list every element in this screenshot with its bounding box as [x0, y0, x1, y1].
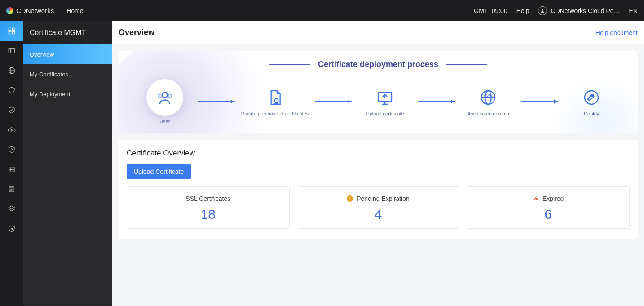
svg-point-20	[158, 94, 161, 98]
list-icon	[8, 185, 16, 193]
stat-label: ! Pending Expiration	[302, 195, 455, 202]
stat-label-text: Expired	[543, 195, 564, 202]
rail-item-4[interactable]	[0, 80, 23, 100]
arrow-icon	[315, 101, 352, 102]
svg-rect-11	[9, 167, 14, 169]
rail-item-2[interactable]	[0, 41, 23, 61]
rail-item-5[interactable]	[0, 100, 23, 120]
stat-card-expired[interactable]: Expired 6	[467, 186, 630, 229]
hero-title: Certificate deployment process	[318, 60, 438, 69]
svg-rect-4	[9, 49, 15, 53]
stat-card-ssl[interactable]: SSL Certificates 18	[127, 186, 290, 229]
shield-check-icon	[8, 146, 16, 154]
rail-item-8[interactable]	[0, 160, 23, 179]
grid-icon	[8, 27, 16, 35]
svg-rect-1	[13, 28, 15, 30]
wrench-circle-icon	[581, 87, 602, 108]
flow-node-upload: Upload certificate	[358, 87, 412, 116]
warning-icon: !	[347, 195, 353, 202]
globe-icon	[8, 67, 16, 75]
stat-value: 18	[132, 207, 285, 222]
subnav-title: Certificate MGMT	[23, 21, 112, 44]
flow-caption: Private purchase of certificates	[241, 111, 309, 116]
main-content: Overview Help document Certificate deplo…	[112, 21, 644, 306]
hero-line-right	[446, 64, 487, 65]
help-link[interactable]: Help	[516, 7, 529, 14]
svg-point-28	[585, 91, 598, 104]
rail-item-9[interactable]	[0, 179, 23, 199]
flow-node-user: User	[138, 79, 192, 124]
stat-label-text: Pending Expiration	[357, 195, 410, 202]
badge-icon	[8, 225, 16, 233]
subnav-item-overview[interactable]: Overview	[23, 44, 112, 64]
brand-logo[interactable]: CDNetworks	[6, 7, 54, 14]
stat-label: SSL Certificates	[132, 195, 285, 202]
avatar-icon	[538, 6, 547, 15]
flow-caption: Upload certificate	[366, 111, 404, 116]
user-name: CDNetworks Cloud Po…	[551, 7, 620, 14]
svg-point-22	[274, 99, 278, 102]
svg-rect-2	[9, 32, 11, 34]
flow-caption: User	[159, 119, 170, 124]
arrow-icon	[418, 101, 455, 102]
shield-outline-icon	[8, 106, 16, 114]
language-switch[interactable]: EN	[629, 7, 638, 14]
hero-line-left	[269, 64, 310, 65]
flow-node-deploy: Deploy	[565, 87, 618, 116]
subnav-label: My Deployment	[30, 91, 70, 98]
svg-rect-0	[9, 28, 11, 30]
stats-row: SSL Certificates 18 ! Pending Expiration…	[127, 186, 630, 229]
rail-item-11[interactable]	[0, 219, 23, 239]
stat-card-pending[interactable]: ! Pending Expiration 4	[297, 186, 460, 229]
flow-caption: Associated domain	[468, 111, 509, 116]
svg-text:WWW: WWW	[484, 94, 493, 97]
page-header: Overview Help document	[112, 21, 644, 44]
certificate-overview-panel: Certificate Overview Upload Certificate …	[119, 140, 638, 239]
monitor-upload-icon	[374, 87, 396, 108]
deployment-process-banner: Certificate deployment process	[119, 51, 638, 133]
arrow-icon	[198, 101, 235, 102]
user-group-icon	[146, 79, 183, 116]
svg-point-13	[10, 168, 11, 169]
subnav-label: Overview	[30, 51, 54, 58]
flow-caption: Deploy	[584, 111, 599, 116]
certificate-doc-icon	[264, 87, 286, 108]
rail-item-3[interactable]	[0, 61, 23, 80]
svg-point-21	[168, 94, 171, 98]
flow-diagram: User Private purchase of certificates	[138, 79, 618, 124]
layers-icon	[8, 205, 16, 213]
stat-label-text: SSL Certificates	[185, 195, 230, 202]
svg-point-19	[162, 93, 168, 98]
icon-rail	[0, 21, 23, 306]
svg-rect-3	[13, 32, 15, 34]
stat-value: 4	[302, 207, 455, 222]
topbar: CDNetworks Home GMT+09:00 Help CDNetwork…	[0, 0, 644, 21]
nav-home[interactable]: Home	[66, 7, 83, 14]
danger-icon	[533, 197, 539, 200]
www-globe-icon: WWW	[477, 87, 499, 108]
svg-point-14	[10, 171, 11, 171]
subnav-label: My Certificates	[30, 71, 68, 78]
subnav-item-my-deployment[interactable]: My Deployment	[23, 84, 112, 104]
upload-certificate-button[interactable]: Upload Certificate	[127, 164, 191, 179]
subnav-item-my-certificates[interactable]: My Certificates	[23, 64, 112, 84]
subnav: Certificate MGMT Overview My Certificate…	[23, 21, 112, 306]
svg-point-10	[11, 149, 13, 150]
stat-value: 6	[472, 207, 625, 222]
arrow-icon	[521, 101, 558, 102]
svg-rect-12	[9, 170, 14, 172]
section-title: Certificate Overview	[127, 149, 630, 158]
brand-swirl-icon	[6, 7, 13, 14]
rail-item-6[interactable]	[0, 120, 23, 140]
flow-node-domain: WWW Associated domain	[461, 87, 515, 116]
rail-item-10[interactable]	[0, 199, 23, 219]
rail-item-7[interactable]	[0, 140, 23, 160]
help-document-link[interactable]: Help document	[595, 29, 638, 36]
cloud-upload-icon	[8, 126, 16, 134]
timezone-label[interactable]: GMT+09:00	[474, 7, 507, 14]
flow-node-purchase: Private purchase of certificates	[241, 87, 309, 116]
page-title: Overview	[119, 28, 154, 37]
rail-item-dashboard[interactable]	[0, 21, 23, 41]
user-menu[interactable]: CDNetworks Cloud Po…	[538, 6, 620, 15]
hero-title-wrap: Certificate deployment process	[269, 60, 487, 69]
